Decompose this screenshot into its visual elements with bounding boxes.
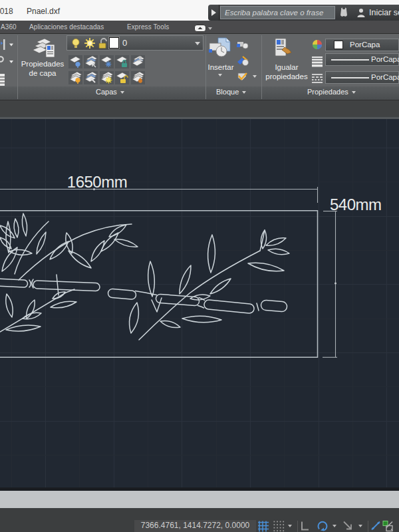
svg-text:540mm: 540mm [330, 196, 382, 213]
svg-text:1650mm: 1650mm [67, 173, 127, 191]
